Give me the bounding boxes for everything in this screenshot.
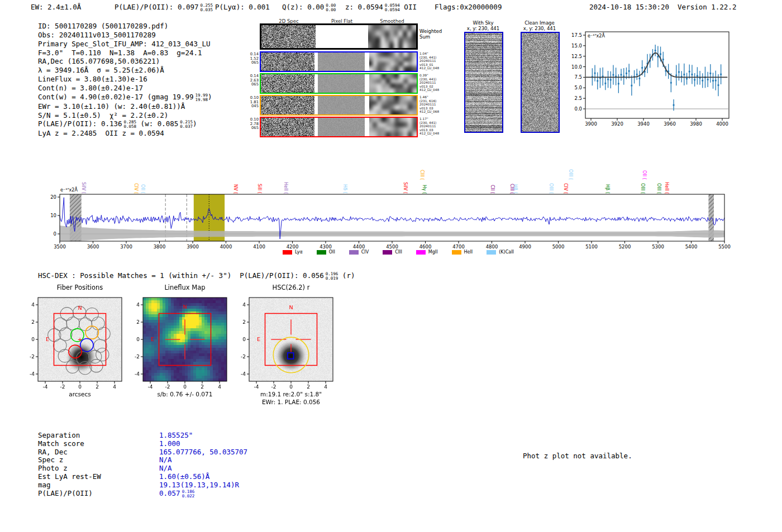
spec2d-row: [260, 73, 418, 94]
row-pixelflat-image: [318, 96, 365, 114]
svg-text:-2: -2: [135, 354, 140, 360]
legend-item: HeII: [452, 250, 473, 255]
info-id: ID: 5001170289 (5001170289.pdf): [38, 22, 212, 31]
svg-text:2: 2: [201, 384, 204, 390]
svg-text:10.0: 10.0: [571, 64, 582, 70]
svg-text:N: N: [78, 305, 82, 311]
row-left-labels: 0.141.52065: [239, 52, 259, 65]
table-row: Spec zN/A: [38, 456, 317, 464]
svg-text:4600: 4600: [419, 244, 432, 250]
svg-text:-4: -4: [241, 371, 246, 377]
svg-text:m:19.1 re:2.0" s:1.8": m:19.1 re:2.0" s:1.8": [260, 391, 322, 397]
table-row: Match score1.000: [38, 439, 317, 448]
emission-line-label: CIV (: [563, 183, 568, 194]
spec2d-row: [260, 117, 418, 137]
row-right-labels: 1.17"(230, 441)20240111v013_03412_LU_048: [419, 117, 439, 136]
svg-text:4100: 4100: [253, 244, 265, 250]
info-plae-poii: P(LAE)/P(OII): 0.1360.2850.058 (w: 0.085…: [38, 119, 212, 129]
row-pixelflat-image: [318, 74, 365, 93]
svg-text:3800: 3800: [154, 244, 166, 250]
svg-text:3900: 3900: [585, 121, 597, 127]
svg-text:5.0: 5.0: [574, 85, 582, 90]
svg-text:3900: 3900: [187, 244, 199, 250]
header-ew: EW: 2.4±1.0Å: [31, 3, 81, 11]
svg-text:+: +: [77, 336, 82, 343]
line-fit-plot: 3900392039403960398040000.02.55.07.510.0…: [575, 25, 737, 131]
svg-text:2: 2: [31, 319, 35, 325]
svg-text:20: 20: [50, 194, 56, 200]
svg-text:4000: 4000: [716, 121, 728, 127]
svg-text:-4: -4: [148, 384, 153, 390]
svg-text:arcsecs: arcsecs: [69, 391, 90, 397]
info-lambda: λ = 3949.16Å σ = 5.25(±2.06)Å: [38, 66, 212, 75]
svg-text:5100: 5100: [585, 244, 598, 250]
info-radec: RA,Dec (165.077698,50.036221): [38, 57, 212, 66]
info-seeing: F=3.0" T=0.110 N=1.38 A=0.83 g=24.1: [38, 49, 212, 57]
emission-line-label: SiIV (: [403, 182, 408, 194]
svg-text:2: 2: [136, 319, 140, 325]
info-primary-spec: Primary Spec_Slot_IFU_AMP: 412_013_043_L…: [38, 40, 212, 49]
legend-label: HeII: [464, 250, 473, 255]
emission-line-label: OIII (: [568, 169, 573, 180]
svg-text:5000: 5000: [552, 244, 565, 250]
svg-text:-2: -2: [60, 384, 65, 390]
row-left-labels: 0.102.78065: [239, 118, 259, 131]
lineflux-map-plot: Lineflux MapNE-4-4-2-2002244s/b: 0.76 +/…: [127, 282, 239, 402]
clean-image-title: Clean Imagex, y: 230, 441: [512, 20, 568, 31]
photz-note: Phot z plot not available.: [523, 452, 632, 460]
legend-swatch: [317, 250, 326, 255]
table-row: Separation1.85525": [38, 431, 317, 439]
svg-text:-2: -2: [30, 354, 35, 360]
emission-line-label: CII (: [490, 185, 495, 194]
row-right-labels: 0.39"(230, 441)20240111v013_02412_LU_048: [419, 74, 439, 92]
svg-text:e⁻¹⁷x2Å: e⁻¹⁷x2Å: [588, 32, 605, 39]
emission-line-label: OIII (: [549, 183, 554, 194]
svg-text:2.5: 2.5: [574, 95, 582, 101]
spec2d-row: [260, 51, 418, 72]
table-row: Photo zN/A: [38, 464, 317, 472]
table-row: RA, Dec165.077766, 50.035707: [38, 448, 317, 456]
row-2dspec-image: [261, 52, 314, 71]
legend-label: CIV: [361, 250, 369, 255]
row-left-labels: 0.142.63065: [239, 74, 259, 87]
svg-text:3920: 3920: [611, 121, 623, 127]
svg-text:4000: 4000: [220, 244, 232, 250]
spectrum-legend: LyαOIICIVCIIIMgIIHeII(K)CaII: [283, 250, 514, 255]
svg-text:4500: 4500: [386, 244, 398, 250]
svg-text:4400: 4400: [353, 244, 365, 250]
detection-info-block: ID: 5001170289 (5001170289.pdf) Obs: 202…: [38, 22, 212, 138]
svg-text:4700: 4700: [452, 244, 465, 250]
legend-item: CIII: [383, 250, 402, 255]
svg-text:EWr: 1. PLAE: 0.056: EWr: 1. PLAE: 0.056: [262, 399, 320, 405]
svg-text:0: 0: [136, 337, 140, 342]
emission-line-label: Hδ (: [342, 184, 347, 194]
legend-label: CIII: [395, 250, 402, 255]
emission-line-label: OIII (: [640, 183, 645, 194]
svg-text:10: 10: [50, 213, 56, 218]
emission-line-label: OIII (: [656, 183, 661, 194]
svg-text:N: N: [289, 304, 293, 310]
svg-text:Lineflux Map: Lineflux Map: [164, 284, 205, 291]
fiber-positions-plot: Fiber Positions+NE-4-4-2-2002244arcsecs: [22, 282, 134, 402]
svg-text:12.5: 12.5: [571, 54, 582, 59]
table-row: Est LyA rest-EW1.60(±0.56)Å: [38, 472, 317, 481]
info-obs: Obs: 20240111v013_5001170289: [38, 31, 212, 40]
with-sky-title: With Skyx, y: 230, 441: [455, 20, 511, 31]
svg-text:3700: 3700: [120, 244, 132, 250]
emission-line-label: CIV (: [133, 183, 139, 194]
svg-text:15.0: 15.0: [571, 43, 582, 49]
row-right-labels: 1.46"(231, 616)20240111v013_03412_LU_068: [419, 95, 439, 114]
legend-item: (K)CaII: [487, 250, 514, 255]
emission-line-label: CIII (: [419, 170, 425, 180]
svg-text:2: 2: [242, 319, 246, 325]
svg-text:HSC(26.2) r: HSC(26.2) r: [273, 284, 310, 291]
legend-swatch: [283, 250, 292, 255]
svg-text:17.5: 17.5: [571, 32, 582, 38]
match-table: Separation1.85525" Match score1.000 RA, …: [38, 431, 317, 497]
svg-text:3980: 3980: [690, 121, 702, 127]
legend-label: MgII: [428, 250, 438, 255]
info-ewr: EWr = 3.10(±1.10) (w: 2.40(±0.81))Å: [38, 102, 212, 111]
svg-text:s/b: 0.76 +/- 0.071: s/b: 0.76 +/- 0.071: [158, 391, 213, 397]
svg-text:5300: 5300: [652, 244, 664, 250]
svg-text:0: 0: [54, 231, 56, 237]
